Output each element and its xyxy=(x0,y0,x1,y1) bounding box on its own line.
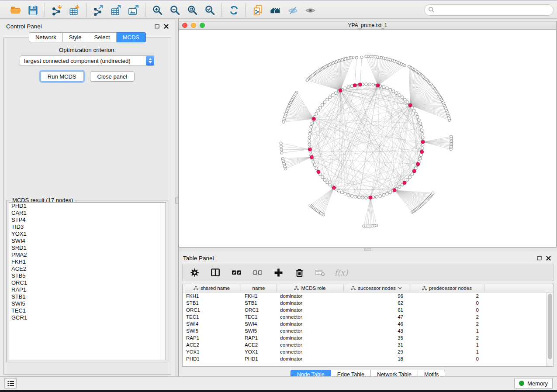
horizontal-splitter[interactable] xyxy=(179,248,557,251)
network-node[interactable] xyxy=(420,129,423,132)
mcds-result-item[interactable]: ACE2 xyxy=(9,265,166,272)
horizontal-splitter-handle[interactable] xyxy=(364,248,371,251)
network-node[interactable] xyxy=(321,175,324,179)
network-node[interactable] xyxy=(317,109,320,112)
network-node[interactable] xyxy=(337,189,340,193)
network-node[interactable] xyxy=(421,136,424,139)
tab-select[interactable]: Select xyxy=(88,32,117,42)
network-graph[interactable] xyxy=(179,30,557,248)
network-hub-node[interactable] xyxy=(412,169,416,173)
network-node[interactable] xyxy=(357,196,360,199)
table-row-SWI5[interactable]: SWI5SWI5connector431 xyxy=(183,327,547,334)
network-leaf-node[interactable] xyxy=(284,167,287,170)
network-node[interactable] xyxy=(411,173,414,176)
network-leaf-node[interactable] xyxy=(432,192,434,194)
network-leaf-node[interactable] xyxy=(280,145,282,148)
zoom-in-button[interactable] xyxy=(150,3,165,17)
show-all-button[interactable] xyxy=(303,3,318,17)
network-node[interactable] xyxy=(323,179,326,182)
vertical-splitter-handle[interactable] xyxy=(175,197,178,204)
network-node[interactable] xyxy=(395,92,398,95)
status-list-button[interactable] xyxy=(4,378,17,389)
add-column-button[interactable] xyxy=(273,267,284,278)
column-header-name[interactable]: name xyxy=(241,284,277,292)
mcds-result-item[interactable]: YOX1 xyxy=(9,230,166,237)
column-header-MCDS-role[interactable]: MCDS role xyxy=(277,284,344,292)
first-neighbors-button[interactable] xyxy=(268,3,283,17)
network-node[interactable] xyxy=(326,181,329,184)
mcds-result-item[interactable]: STB1 xyxy=(9,293,166,300)
network-hub-node[interactable] xyxy=(369,196,372,199)
network-hub-node[interactable] xyxy=(332,186,336,189)
network-hub-node[interactable] xyxy=(310,155,313,159)
network-leaf-node[interactable] xyxy=(280,142,282,144)
network-node[interactable] xyxy=(311,122,314,125)
network-node[interactable] xyxy=(315,112,318,115)
network-node[interactable] xyxy=(308,132,311,135)
mcds-result-item[interactable]: PHD1 xyxy=(9,203,166,210)
mcds-result-item[interactable]: GCR1 xyxy=(9,314,166,321)
save-session-button[interactable] xyxy=(25,3,40,17)
table-row-YOX1[interactable]: YOX1YOX1connector291 xyxy=(183,348,547,355)
network-node[interactable] xyxy=(419,157,422,160)
network-node[interactable] xyxy=(389,88,392,91)
network-node[interactable] xyxy=(323,101,326,104)
network-leaf-node[interactable] xyxy=(282,120,285,123)
network-node[interactable] xyxy=(350,195,353,198)
network-node[interactable] xyxy=(354,195,357,198)
network-node[interactable] xyxy=(421,147,424,150)
mcds-result-list[interactable]: PHD1CAR1STP4TID3YOX1SWI4SRD1PMA2FKH1ACE2… xyxy=(9,202,166,360)
table-settings-button[interactable] xyxy=(189,267,200,278)
table-row-ACE2[interactable]: ACE2ACE2connector311 xyxy=(183,341,547,348)
network-leaf-node[interactable] xyxy=(322,213,325,216)
table-row-TEC1[interactable]: TEC1TEC1connector472 xyxy=(183,313,547,320)
close-panel-icon[interactable] xyxy=(546,256,551,261)
mcds-result-item[interactable]: PMA2 xyxy=(9,251,166,258)
optimization-criterion-dropdown[interactable]: largest connected component (undirected) xyxy=(20,55,155,66)
network-leaf-node[interactable] xyxy=(408,65,410,68)
network-node[interactable] xyxy=(368,83,371,86)
table-row-RAP1[interactable]: RAP1RAP1dominator352 xyxy=(183,334,547,341)
memory-button[interactable]: Memory xyxy=(514,378,553,389)
run-mcds-button[interactable]: Run MCDS xyxy=(40,71,84,82)
zoom-fit-button[interactable] xyxy=(185,3,200,17)
network-hub-node[interactable] xyxy=(339,89,342,92)
duplicate-network-button[interactable] xyxy=(250,3,265,17)
hide-selected-button[interactable] xyxy=(285,3,300,17)
network-node[interactable] xyxy=(310,125,313,128)
network-node[interactable] xyxy=(406,101,409,104)
network-node[interactable] xyxy=(312,160,315,163)
delete-column-button[interactable] xyxy=(294,267,305,278)
mcds-result-item[interactable]: TID3 xyxy=(9,224,166,230)
network-node[interactable] xyxy=(392,90,395,93)
tab-style[interactable]: Style xyxy=(63,32,88,42)
tab-mcds[interactable]: MCDS xyxy=(117,32,146,42)
mcds-result-item[interactable]: RAP1 xyxy=(9,286,166,293)
export-image-button[interactable] xyxy=(126,3,141,17)
network-hub-node[interactable] xyxy=(317,170,320,174)
network-hub-node[interactable] xyxy=(408,103,412,107)
network-node[interactable] xyxy=(331,93,334,96)
network-hub-node[interactable] xyxy=(308,148,311,151)
network-node[interactable] xyxy=(375,195,378,198)
network-hub-node[interactable] xyxy=(358,83,362,86)
network-leaf-node[interactable] xyxy=(355,56,358,59)
network-node[interactable] xyxy=(365,196,368,199)
column-header-predecessor-nodes[interactable]: predecessor nodes xyxy=(409,284,485,292)
network-hub-node[interactable] xyxy=(353,84,356,87)
network-node[interactable] xyxy=(382,193,385,196)
network-node[interactable] xyxy=(417,119,420,122)
select-all-button[interactable] xyxy=(231,267,242,278)
network-leaf-node[interactable] xyxy=(306,79,308,81)
network-node[interactable] xyxy=(408,175,412,179)
open-file-button[interactable] xyxy=(8,3,23,17)
column-header-shared-name[interactable]: shared name xyxy=(183,284,241,292)
mcds-result-item[interactable]: TEC1 xyxy=(9,307,166,314)
network-node[interactable] xyxy=(385,192,388,195)
network-leaf-node[interactable] xyxy=(365,55,367,58)
network-node[interactable] xyxy=(398,186,401,189)
table-row-SWI4[interactable]: SWI4SWI4dominator462 xyxy=(183,320,547,327)
network-node[interactable] xyxy=(420,125,423,128)
float-panel-icon[interactable] xyxy=(155,24,159,29)
import-table-button[interactable] xyxy=(67,3,82,17)
